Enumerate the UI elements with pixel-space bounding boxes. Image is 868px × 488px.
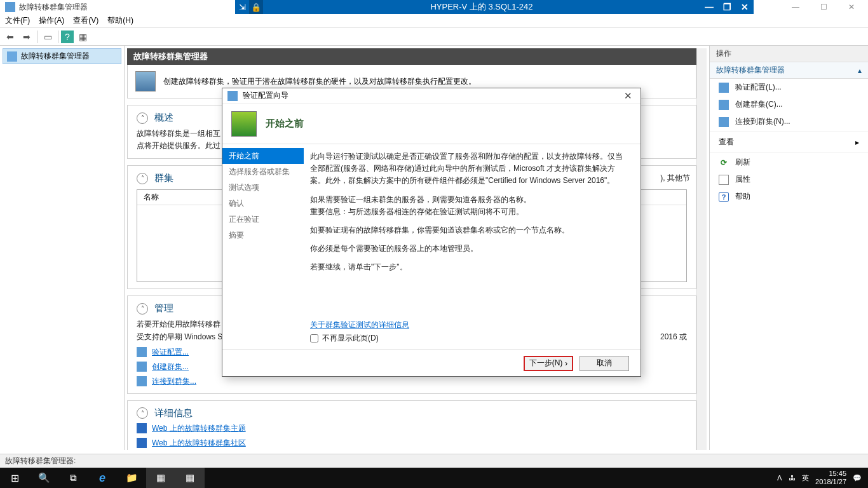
link-validate-label: 验证配置... bbox=[152, 347, 189, 358]
menu-file[interactable]: 文件(F) bbox=[5, 15, 30, 26]
validate-icon bbox=[719, 83, 729, 93]
link-web-topics[interactable]: Web 上的故障转移群集主题 bbox=[137, 423, 687, 434]
actions-collapse-icon[interactable]: ▴ bbox=[858, 66, 862, 75]
tray-clock[interactable]: 15:45 2018/1/27 bbox=[815, 470, 846, 486]
collapse-icon[interactable]: ˄ bbox=[137, 407, 148, 419]
wizard-step-confirm[interactable]: 确认 bbox=[222, 196, 304, 212]
toolbar-back-button[interactable]: ⬅ bbox=[3, 29, 18, 44]
wizard-nav: 开始之前 选择服务器或群集 测试选项 确认 正在验证 摘要 bbox=[222, 144, 304, 349]
system-tray: ᐱ 🖧 英 15:45 2018/1/27 💬 bbox=[777, 470, 868, 486]
wizard-step-select[interactable]: 选择服务器或群集 bbox=[222, 164, 304, 180]
action-help[interactable]: ?帮助 bbox=[710, 188, 868, 205]
properties-icon bbox=[719, 175, 729, 185]
vm-close-button[interactable]: ✕ bbox=[736, 2, 754, 12]
tray-network-icon[interactable]: 🖧 bbox=[789, 474, 796, 482]
actions-sub-label: 故障转移群集管理器 bbox=[716, 65, 785, 76]
taskbar: ⊞ 🔍 ⧉ e 📁 ▦ ▦ ᐱ 🖧 英 15:45 2018/1/27 💬 bbox=[0, 468, 868, 488]
action-connect[interactable]: 连接到群集(N)... bbox=[710, 113, 868, 130]
details-section: ˄ 详细信息 Web 上的故障转移群集主题 Web 上的故障转移群集社区 bbox=[127, 400, 696, 450]
statusbar: 故障转移群集管理器: bbox=[0, 454, 868, 468]
wizard-close-button[interactable]: ✕ bbox=[620, 90, 635, 102]
wizard-p1: 此向导运行验证测试以确定是否正确设置了服务器和附加存储的配置，以支持故障转移。仅… bbox=[310, 151, 629, 187]
toolbar-separator bbox=[37, 30, 37, 43]
link-web-topics-label: Web 上的故障转移群集主题 bbox=[152, 423, 246, 434]
toolbar-help-button[interactable]: ? bbox=[61, 30, 74, 43]
link-connect-label: 连接到群集... bbox=[152, 376, 196, 387]
vm-window-title: HYPER-V 上的 3.SQL1-242 bbox=[263, 1, 700, 13]
content-scrollbar[interactable] bbox=[696, 48, 707, 450]
action-view-label: 查看 bbox=[719, 137, 734, 147]
wizard-dont-show-label: 不再显示此页(D) bbox=[322, 332, 379, 344]
overview-title: 概述 bbox=[154, 112, 173, 124]
actions-title: 操作 bbox=[710, 46, 868, 62]
menu-view[interactable]: 查看(V) bbox=[73, 15, 98, 26]
taskbar-search-button[interactable]: 🔍 bbox=[29, 468, 58, 488]
vm-max-button[interactable]: ❐ bbox=[718, 2, 736, 12]
taskbar-app1-button[interactable]: ▦ bbox=[146, 468, 175, 488]
wizard-footer: 下一步(N)› 取消 bbox=[222, 349, 641, 376]
link-connect-cluster[interactable]: 连接到群集... bbox=[137, 376, 687, 387]
wizard-icon bbox=[227, 91, 238, 101]
action-refresh-label: 刷新 bbox=[735, 157, 750, 168]
tray-ime-indicator[interactable]: 英 bbox=[802, 473, 809, 483]
content-header: 故障转移群集管理器 bbox=[127, 48, 696, 65]
wizard-step-options[interactable]: 测试选项 bbox=[222, 180, 304, 196]
manage-title: 管理 bbox=[154, 302, 173, 315]
action-validate-label: 验证配置(L)... bbox=[735, 82, 782, 93]
wizard-p5: 若要继续，请单击"下一步"。 bbox=[310, 261, 629, 273]
connect-icon bbox=[719, 117, 729, 127]
wizard-p2: 如果需要验证一组未群集的服务器，则需要知道各服务器的名称。重要信息：与所选服务器… bbox=[310, 194, 629, 218]
tray-date: 2018/1/27 bbox=[815, 478, 846, 486]
outer-close-button[interactable]: ✕ bbox=[837, 3, 865, 11]
vm-min-button[interactable]: — bbox=[700, 2, 718, 12]
vm-pin-icon[interactable]: ⇲ bbox=[235, 0, 249, 14]
create-icon bbox=[137, 362, 147, 372]
toolbar-forward-button[interactable]: ➡ bbox=[19, 29, 34, 44]
menubar: 文件(F) 操作(A) 查看(V) 帮助(H) bbox=[0, 14, 868, 28]
action-properties[interactable]: 属性 bbox=[710, 171, 868, 188]
wizard-cancel-button[interactable]: 取消 bbox=[580, 356, 629, 371]
refresh-icon: ⟳ bbox=[719, 158, 729, 168]
connect-icon bbox=[137, 376, 147, 386]
link-web-community[interactable]: Web 上的故障转移群集社区 bbox=[137, 438, 687, 449]
action-view[interactable]: 查看▸ bbox=[710, 133, 868, 151]
collapse-icon[interactable]: ˄ bbox=[137, 303, 148, 315]
actions-subheader: 故障转移群集管理器 ▴ bbox=[710, 62, 868, 79]
menu-action[interactable]: 操作(A) bbox=[39, 15, 64, 26]
wizard-p3: 如要验证现有的故障转移群集，你需要知道该群集名称或它的一个节点名称。 bbox=[310, 224, 629, 236]
action-refresh[interactable]: ⟳刷新 bbox=[710, 154, 868, 171]
wizard-step-before[interactable]: 开始之前 bbox=[222, 148, 304, 164]
action-create[interactable]: 创建群集(C)... bbox=[710, 96, 868, 113]
outer-min-button[interactable]: — bbox=[782, 3, 810, 11]
taskbar-taskview-button[interactable]: ⧉ bbox=[58, 468, 88, 488]
wizard-step-validating[interactable]: 正在验证 bbox=[222, 212, 304, 227]
toolbar-refresh-button[interactable]: ▦ bbox=[75, 29, 90, 44]
taskbar-explorer-button[interactable]: 📁 bbox=[117, 468, 146, 488]
vm-lock-icon[interactable]: 🔒 bbox=[249, 0, 263, 14]
wizard-dont-show-checkbox[interactable] bbox=[310, 334, 318, 342]
tree-pane: 故障转移群集管理器 bbox=[0, 46, 125, 450]
tree-root-item[interactable]: 故障转移群集管理器 bbox=[3, 48, 121, 64]
clusters-title: 群集 bbox=[154, 172, 173, 184]
wizard-next-button[interactable]: 下一步(N)› bbox=[524, 356, 573, 371]
menu-help[interactable]: 帮助(H) bbox=[107, 15, 133, 26]
wizard-p4: 你必须是每个需要验证的服务器上的本地管理员。 bbox=[310, 243, 629, 255]
create-icon bbox=[719, 100, 729, 110]
help-icon: ? bbox=[719, 192, 729, 202]
cluster-big-icon bbox=[135, 71, 156, 92]
app-icon bbox=[5, 2, 15, 12]
collapse-icon[interactable]: ˄ bbox=[137, 173, 148, 184]
wizard-step-summary[interactable]: 摘要 bbox=[222, 227, 304, 243]
outer-max-button[interactable]: ☐ bbox=[810, 3, 837, 11]
wizard-more-link[interactable]: 关于群集验证测试的详细信息 bbox=[310, 320, 409, 329]
taskbar-ie-button[interactable]: e bbox=[88, 468, 117, 488]
collapse-icon[interactable]: ˄ bbox=[137, 112, 148, 124]
wizard-titlebar: 验证配置向导 ✕ bbox=[222, 88, 641, 104]
tray-up-icon[interactable]: ᐱ bbox=[777, 474, 782, 482]
toolbar-panes-button[interactable]: ▭ bbox=[40, 29, 55, 44]
tray-notifications-icon[interactable]: 💬 bbox=[853, 474, 862, 482]
action-validate[interactable]: 验证配置(L)... bbox=[710, 79, 868, 96]
start-button[interactable]: ⊞ bbox=[0, 468, 29, 488]
taskbar-app2-button[interactable]: ▦ bbox=[175, 468, 205, 488]
tree-root-label: 故障转移群集管理器 bbox=[21, 51, 90, 62]
